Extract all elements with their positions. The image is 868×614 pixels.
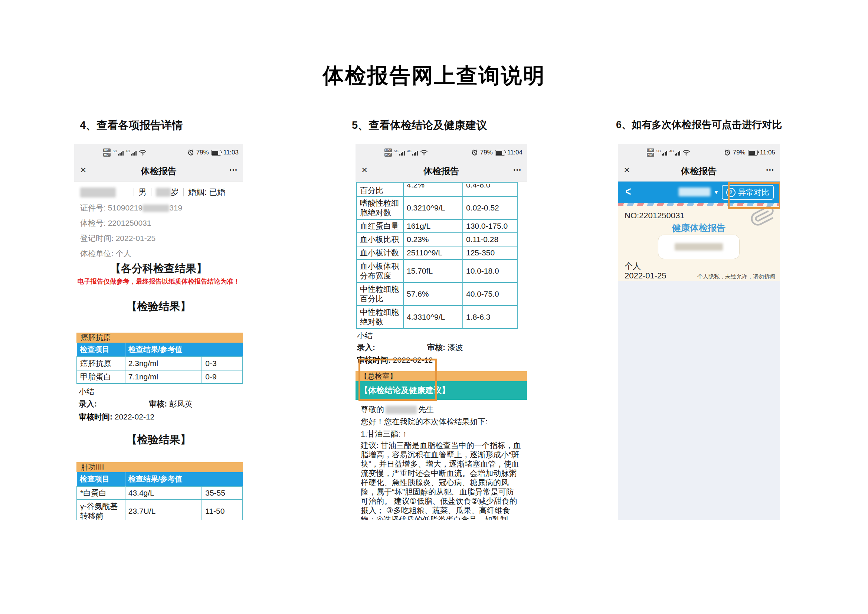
report-list-background (618, 281, 780, 520)
phone-screenshot-report-detail: HD¹ HD² 5G 4G (74, 144, 243, 520)
signal-5g-icon: 5G (113, 150, 124, 155)
report-envelope-card[interactable]: NO:2201250031 健康体检报告 个人 2022-01-25 个人隐私，… (618, 203, 780, 281)
conclusion-letter: 尊敬的先生 您好！您在我院的本次体检结果如下: 1.甘油三酯: ↑ 建议: 甘油… (355, 400, 527, 520)
more-menu-icon[interactable]: ••• (766, 161, 775, 179)
hd-voice-icon: HD¹ HD² (384, 149, 392, 157)
back-icon[interactable]: < (625, 185, 631, 199)
annotation-box (728, 182, 780, 209)
table-row: 血小板计数25110^9/L125-350 (356, 246, 518, 259)
section-title-lab-results: 【检验结果】 (74, 299, 243, 314)
id-redacted (143, 205, 169, 212)
status-left-icons: HD¹ HD² 5G 4G (384, 149, 428, 157)
table-row: 血小板比积0.23%0.11-0.28 (356, 233, 518, 246)
battery-percent: 79% (480, 149, 493, 156)
summary-label: 小结 (74, 386, 243, 397)
patient-marital: 婚姻: 已婚 (188, 187, 225, 198)
status-right-icons: 79% 11:05 (724, 149, 775, 156)
page-title: 体检报告网上查询说明 (0, 62, 868, 90)
report-number: NO:2201250031 (625, 211, 684, 220)
exam-no-line: 体检号: 2201250031 (74, 218, 243, 228)
hd1-badge: HD¹ (103, 149, 111, 152)
lab-table-cea: 检查项目 检查结果/参考值 癌胚抗原2.3ng/ml0-3 甲胎蛋白7.1ng/… (76, 343, 243, 384)
status-time: 11:04 (507, 149, 522, 156)
patient-name-redacted (386, 406, 417, 414)
status-left-icons: HD¹ HD² 5G 4G (103, 149, 147, 157)
nav-bar: × 体检报告 ••• (618, 161, 780, 181)
alarm-icon (724, 149, 731, 156)
close-icon[interactable]: × (361, 164, 367, 176)
status-time: 11:03 (223, 149, 239, 156)
close-icon[interactable]: × (80, 164, 86, 176)
exam-unit-line: 体检单位: 个人 (74, 248, 243, 259)
patient-id-line: 证件号: 51090219319 (74, 203, 243, 213)
salutation-line: 尊敬的先生 (361, 404, 521, 415)
group-band-cea: 癌胚抗原 (76, 333, 243, 343)
col-result: 检查结果/参考值 (125, 472, 243, 486)
table-row: 中性粒细胞百分比57.6%40.0-75.0 (356, 282, 518, 305)
reviewer-name: 彭凤英 (169, 399, 192, 408)
table-row: *白蛋白43.4g/L35-55 (77, 486, 243, 500)
col-item: 检查项目 (77, 472, 125, 486)
status-right-icons: 79% 11:04 (471, 149, 522, 156)
age-unit: 岁 (171, 187, 179, 198)
patient-name-redacted (80, 188, 116, 197)
col-result: 检查结果/参考值 (125, 343, 243, 357)
table-row: 血红蛋白量161g/L130.0-175.0 (356, 219, 518, 233)
section-heading-6: 6、如有多次体检报告可点击进行对比 (616, 118, 782, 132)
battery-icon (211, 150, 221, 155)
lab-table-liver: 检查项目 检查结果/参考值 *白蛋白43.4g/L35-55 γ-谷氨酰基转移酶… (76, 472, 243, 520)
status-bar: HD¹ HD² 5G 4G (618, 144, 780, 161)
more-menu-icon[interactable]: ••• (230, 161, 238, 179)
nav-bar: × 体检报告 ••• (355, 161, 527, 181)
advice-paragraph: 建议: 甘油三酯是血脂检查当中的一个指标，血脂增高，容易沉积在血管壁上，逐渐形成… (361, 440, 521, 520)
alarm-icon (471, 149, 478, 156)
patient-gender: 男 (138, 187, 147, 198)
hd-voice-icon: HD¹ HD² (103, 149, 111, 157)
battery-icon (495, 150, 505, 155)
section-heading-5: 5、查看体检结论及健康建议 (352, 118, 487, 133)
status-time: 11:05 (760, 149, 775, 156)
table-row: 嗜酸性粒细胞绝对数0.3210^9/L0.02-0.52 (356, 196, 518, 219)
status-bar: HD¹ HD² 5G 4G (355, 144, 527, 161)
privacy-note: 个人隐私，未经允许，请勿拆阅 (697, 273, 775, 280)
register-time-line: 登记时间: 2022-01-25 (74, 233, 243, 243)
phone-screenshot-compare: HD¹ HD² 5G 4G (618, 144, 780, 520)
section-heading-4: 4、查看各项报告详情 (80, 118, 183, 133)
section-title-lab-results-2: 【检验结果】 (74, 433, 243, 447)
phone-screenshot-conclusion: HD¹ HD² 5G 4G (355, 144, 527, 520)
report-name-redacted (679, 188, 711, 196)
hd2-badge: HD² (103, 153, 111, 157)
instruction-document: 体检报告网上查询说明 4、查看各项报告详情 5、查看体检结论及健康建议 6、如有… (0, 0, 868, 614)
lab-table-blood: 百分比 4.2% 0.4-8.0 嗜酸性粒细胞绝对数0.3210^9/L0.02… (356, 182, 518, 329)
signal-5g-icon: 5G (656, 150, 667, 155)
group-band-liver: 肝功IIII (76, 462, 243, 472)
reviewer-name: 漆波 (448, 343, 463, 352)
report-date: 2022-01-25 (625, 271, 666, 281)
signal-4g-icon: 4G (407, 150, 418, 155)
close-icon[interactable]: × (624, 164, 630, 176)
disclaimer-text: 电子报告仅做参考，最终报告以纸质体检报告结论为准！ (74, 277, 243, 286)
section-title-departments: 【各分科检查结果】 (74, 261, 243, 276)
summary-label: 小结 (355, 330, 527, 341)
report-unit: 个人 (625, 260, 641, 272)
more-menu-icon[interactable]: ••• (514, 161, 522, 179)
nav-title: 体检报告 (355, 161, 527, 181)
entry-review-line: 录入: 审核: 彭凤英 (74, 399, 243, 409)
patient-age-redacted (156, 188, 171, 197)
finding-item: 1.甘油三酯: ↑ (361, 429, 521, 439)
patient-info-card: 男 岁 婚姻: 已婚 证件号: 51090219319 体检号: 2201250… (74, 181, 243, 253)
wifi-icon (420, 150, 428, 155)
hospital-name-redacted (675, 243, 723, 251)
signal-4g-icon: 4G (126, 150, 136, 155)
alarm-icon (188, 149, 194, 156)
wifi-icon (682, 150, 690, 155)
col-item: 检查项目 (77, 343, 125, 357)
table-row: γ-谷氨酰基转移酶23.7U/L11-50 (77, 500, 243, 520)
battery-percent: 79% (196, 149, 209, 156)
chevron-down-icon: ▼ (714, 189, 719, 195)
greeting-line: 您好！您在我院的本次体检结果如下: (361, 417, 521, 427)
report-selector-dropdown[interactable]: ▼ (679, 188, 719, 196)
review-time-line: 审核时间: 2022-02-12 (74, 412, 243, 422)
battery-icon (748, 150, 758, 155)
hd-voice-icon: HD¹ HD² (647, 149, 654, 157)
